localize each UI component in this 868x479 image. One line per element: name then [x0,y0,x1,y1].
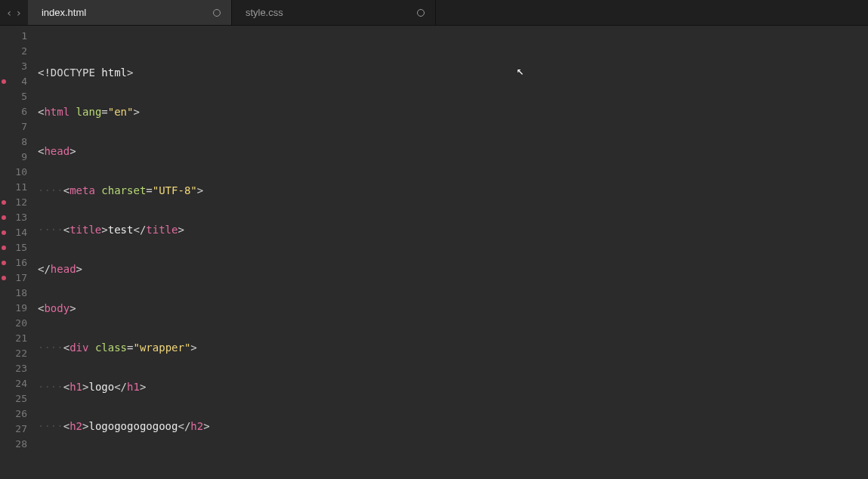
line-number: 11 [0,180,33,195]
line-number: 14 [0,225,33,240]
line-number: 18 [0,286,33,301]
line-number: 7 [0,119,33,134]
line-number: 12 [0,195,33,210]
line-number: 25 [0,391,33,406]
chevron-left-icon[interactable]: ‹ [6,7,12,19]
close-icon[interactable] [213,9,221,17]
line-number: 10 [0,165,33,180]
code-line[interactable]: ····<meta charset="UTF-8"> [33,183,868,198]
line-number: 4 [0,74,33,89]
line-number: 16 [0,255,33,270]
line-number: 23 [0,361,33,376]
tab-index-html[interactable]: index.html [28,0,232,25]
code-line[interactable]: ····<h2>logogogogogoog</h2> [33,419,868,434]
code-line[interactable]: ····<h1>logo</h1> [33,379,868,394]
line-number-gutter: 1234567891011121314151617181920212223242… [0,26,33,479]
code-line[interactable]: <!DOCTYPE html> [33,65,868,80]
line-number: 21 [0,331,33,346]
line-number: 20 [0,316,33,331]
chevron-right-icon[interactable]: › [15,7,21,19]
code-line[interactable]: <head> [33,144,868,159]
line-number: 22 [0,346,33,361]
line-number: 28 [0,437,33,452]
line-number: 24 [0,376,33,391]
line-number: 2 [0,44,33,59]
line-number: 6 [0,104,33,119]
tab-bar: ‹ › index.html style.css [0,0,868,26]
line-number: 5 [0,89,33,104]
code-line[interactable]: </head> [33,261,868,277]
line-number: 8 [0,134,33,150]
line-number: 26 [0,406,33,422]
code-line[interactable]: <body> [33,301,868,316]
code-line[interactable]: ····<div class="wrapper"> [33,340,868,355]
tab-label: index.html [42,7,86,18]
line-number: 13 [0,210,33,225]
code-line[interactable] [33,458,868,473]
code-line[interactable]: <html lang="en"> [33,104,868,119]
line-number: 17 [0,270,33,286]
line-number: 19 [0,301,33,316]
line-number: 9 [0,150,33,165]
code-content[interactable]: <!DOCTYPE html> <html lang="en"> <head> … [33,26,868,479]
tab-style-css[interactable]: style.css [232,0,436,25]
line-number: 1 [0,29,33,44]
line-number: 15 [0,240,33,255]
tab-label: style.css [246,7,283,18]
line-number: 27 [0,422,33,437]
code-line[interactable]: ····<title>test</title> [33,222,868,237]
line-number: 3 [0,59,33,74]
tab-history-nav: ‹ › [0,0,28,25]
close-icon[interactable] [417,9,425,17]
editor-area[interactable]: 1234567891011121314151617181920212223242… [0,26,868,479]
